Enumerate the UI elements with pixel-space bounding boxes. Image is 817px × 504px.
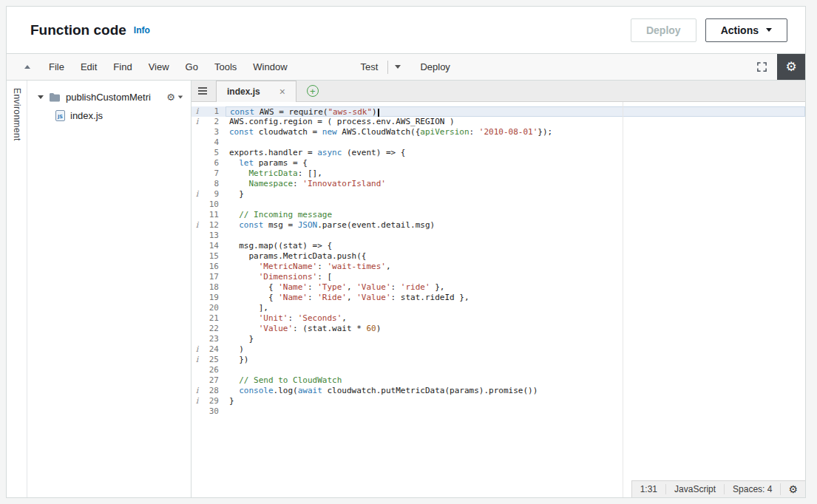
code-line-1[interactable]: const AWS = require("aws-sdk") <box>226 106 805 117</box>
menu-item-window[interactable]: Window <box>245 54 295 80</box>
header-buttons: Deploy Actions <box>631 18 787 42</box>
gutter-line: i24 <box>191 344 226 355</box>
code-line-6[interactable]: let params = { <box>226 158 805 168</box>
menu-item-deploy[interactable]: Deploy <box>420 54 450 80</box>
gutter-line: 17 <box>191 272 226 282</box>
annotation-empty <box>191 375 203 386</box>
code-line-29[interactable]: } <box>226 396 805 406</box>
close-icon[interactable]: × <box>279 86 285 98</box>
annotation-info-icon[interactable]: i <box>191 220 203 231</box>
function-code-panel: Function code Info Deploy Actions FileEd… <box>6 6 806 498</box>
annotation-info-icon[interactable]: i <box>191 355 203 365</box>
code-line-22[interactable]: 'Value': (stat.wait * 60) <box>226 324 805 334</box>
menu-item-file[interactable]: File <box>41 54 72 80</box>
code-line-21[interactable]: 'Unit': 'Seconds', <box>226 313 805 324</box>
editor-content: Environment publishCustomMetri ⚙ JS <box>7 81 805 497</box>
annotation-empty <box>191 282 203 293</box>
line-number: 22 <box>203 324 226 334</box>
code-editor[interactable]: i1i2345678i91011i12131415161718192021222… <box>191 102 805 497</box>
line-number: 26 <box>203 365 226 375</box>
gutter-line: 23 <box>191 334 226 344</box>
gutter-line: 19 <box>191 293 226 303</box>
code-line-3[interactable]: const cloudwatch = new AWS.CloudWatch({a… <box>226 127 805 137</box>
actions-button[interactable]: Actions <box>705 18 787 42</box>
code-line-8[interactable]: Namespace: 'InnovatorIsland' <box>226 179 805 189</box>
tab-list-icon[interactable] <box>198 87 207 95</box>
line-number: 10 <box>203 200 226 210</box>
tree-folder-row[interactable]: publishCustomMetri ⚙ <box>27 88 191 106</box>
code-line-30[interactable] <box>226 406 805 417</box>
code-line-4[interactable] <box>226 137 805 148</box>
code-line-20[interactable]: ], <box>226 303 805 313</box>
line-number: 11 <box>203 210 226 220</box>
tab-index-js[interactable]: index.js × <box>216 81 296 102</box>
folder-expander-icon[interactable] <box>38 95 44 99</box>
code-line-25[interactable]: }) <box>226 355 805 365</box>
cursor-position[interactable]: 1:31 <box>632 484 665 494</box>
menubar-right: ⚙ <box>747 54 805 80</box>
divider <box>387 61 388 74</box>
code-pane[interactable]: const AWS = require("aws-sdk")AWS.config… <box>226 102 805 497</box>
js-file-icon: JS <box>55 110 65 121</box>
panel-header: Function code Info Deploy Actions <box>7 7 805 54</box>
language-mode[interactable]: JavaScript <box>665 484 724 494</box>
annotation-info-icon[interactable]: i <box>191 117 203 127</box>
annotation-info-icon[interactable]: i <box>191 396 203 406</box>
code-line-14[interactable]: msg.map((stat) => { <box>226 241 805 251</box>
annotation-empty <box>191 262 203 272</box>
environment-sidebar-toggle[interactable]: Environment <box>7 81 27 497</box>
menu-item-go[interactable]: Go <box>177 54 206 80</box>
code-line-18[interactable]: { 'Name': 'Type', 'Value': 'ride' }, <box>226 282 805 293</box>
run-config-split-button[interactable]: Test <box>358 54 401 80</box>
menu-item-tools[interactable]: Tools <box>206 54 245 80</box>
editor-settings-button[interactable]: ⚙ <box>777 54 805 80</box>
code-line-12[interactable]: const msg = JSON.parse(event.detail.msg) <box>226 220 805 231</box>
annotation-info-icon[interactable]: i <box>191 189 203 200</box>
annotation-info-icon[interactable]: i <box>191 344 203 355</box>
editor-column: index.js × + i1i2345678i91011i1213141516… <box>191 81 805 497</box>
indentation-setting[interactable]: Spaces: 4 <box>724 484 780 494</box>
code-line-15[interactable]: params.MetricData.push({ <box>226 251 805 262</box>
menu-item-edit[interactable]: Edit <box>72 54 105 80</box>
code-line-28[interactable]: console.log(await cloudwatch.putMetricDa… <box>226 386 805 396</box>
code-line-26[interactable] <box>226 365 805 375</box>
menu-item-find[interactable]: Find <box>105 54 140 80</box>
code-line-11[interactable]: // Incoming message <box>226 210 805 220</box>
editor-code: const AWS = require("aws-sdk")AWS.config… <box>226 106 805 417</box>
annotation-empty <box>191 231 203 241</box>
line-number: 27 <box>203 375 226 386</box>
status-settings-gear-icon[interactable]: ⚙ <box>780 483 805 495</box>
code-line-27[interactable]: // Send to CloudWatch <box>226 375 805 386</box>
tab-bar: index.js × + <box>191 81 805 102</box>
file-tree-panel: publishCustomMetri ⚙ JS index.js <box>27 81 191 497</box>
code-line-2[interactable]: AWS.config.region = ( process.env.AWS_RE… <box>226 117 805 127</box>
code-line-23[interactable]: } <box>226 334 805 344</box>
line-number: 12 <box>203 220 226 231</box>
deploy-button[interactable]: Deploy <box>631 18 696 42</box>
code-line-5[interactable]: exports.handler = async (event) => { <box>226 148 805 158</box>
chevron-down-icon[interactable] <box>395 65 401 69</box>
tree-settings-button[interactable]: ⚙ <box>166 92 183 103</box>
annotation-info-icon[interactable]: i <box>191 386 203 396</box>
annotation-empty <box>191 313 203 324</box>
code-line-16[interactable]: 'MetricName': 'wait-times', <box>226 262 805 272</box>
collapse-editor-button[interactable] <box>14 54 41 80</box>
gutter-line: 5 <box>191 148 226 158</box>
tree-file-row[interactable]: JS index.js <box>27 106 191 125</box>
code-line-24[interactable]: ) <box>226 344 805 355</box>
new-tab-button[interactable]: + <box>307 85 319 97</box>
annotation-info-icon[interactable]: i <box>191 106 203 117</box>
code-line-7[interactable]: MetricData: [], <box>226 168 805 179</box>
code-line-13[interactable] <box>226 231 805 241</box>
code-line-17[interactable]: 'Dimensions': [ <box>226 272 805 282</box>
line-number: 2 <box>203 117 226 127</box>
gutter-line: 22 <box>191 324 226 334</box>
info-link[interactable]: Info <box>134 25 150 35</box>
code-line-10[interactable] <box>226 200 805 210</box>
code-line-9[interactable]: } <box>226 189 805 200</box>
code-line-19[interactable]: { 'Name': 'Ride', 'Value': stat.rideId }… <box>226 293 805 303</box>
run-config-label[interactable]: Test <box>358 61 382 72</box>
fullscreen-button[interactable] <box>747 54 777 80</box>
folder-name: publishCustomMetri <box>66 92 151 103</box>
menu-item-view[interactable]: View <box>140 54 177 80</box>
